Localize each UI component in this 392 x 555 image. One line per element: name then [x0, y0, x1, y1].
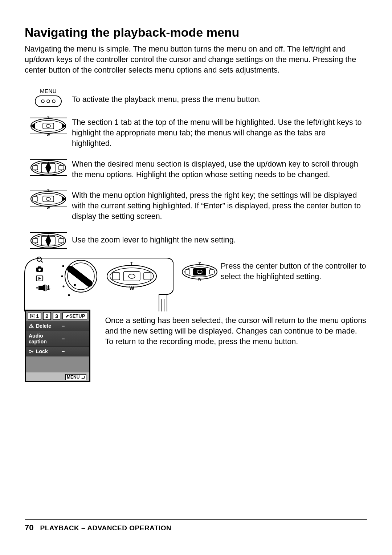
controller-center-press-icon: T W — [180, 262, 219, 281]
lcd-row-lock[interactable]: Lock – — [26, 347, 89, 356]
svg-text:W: W — [129, 285, 134, 291]
step-row-4: T W With the menu option highlighted, pr… — [25, 188, 367, 222]
svg-text:T: T — [130, 261, 134, 266]
lcd-row-delete[interactable]: Delete – — [26, 321, 89, 331]
section-title: PLAYBACK – ADVANCED OPERATION — [40, 524, 171, 532]
svg-rect-49 — [123, 272, 140, 281]
svg-text:W: W — [47, 133, 50, 137]
lcd-row-audio-caption[interactable]: Audio caption – — [26, 331, 89, 347]
lcd-empty-area — [26, 356, 89, 372]
camera-lcd-screen: 1 2 3 SETUP Delete – Audio caption — [25, 310, 90, 382]
step-row-3: When the desired menu section is display… — [25, 157, 367, 180]
menu-button-icon: MENU — [25, 88, 72, 107]
wrench-icon — [65, 314, 69, 318]
controller-right-icon: T W — [25, 188, 72, 210]
svg-text:T: T — [47, 189, 49, 192]
lcd-tab-2[interactable]: 2 — [43, 312, 50, 320]
warning-icon — [29, 324, 34, 328]
menu-button-label: MENU — [40, 88, 57, 94]
svg-point-58 — [63, 286, 65, 287]
svg-rect-76 — [193, 268, 206, 276]
lcd-tab-3[interactable]: 3 — [53, 312, 60, 320]
svg-rect-71 — [48, 285, 49, 289]
intro-paragraph: Navigating the menu is simple. The menu … — [25, 44, 367, 76]
playback-icon — [36, 275, 44, 282]
lcd-tab-1[interactable]: 1 — [28, 312, 41, 320]
controller-left-right-icon: T W — [25, 115, 72, 137]
center-press-text: Press the center button of the controlle… — [221, 261, 373, 282]
camera-icon — [36, 265, 44, 273]
lcd-menu-back-badge: MENU — [65, 374, 86, 380]
svg-text:T: T — [47, 116, 49, 119]
step-row-1: MENU To activate the playback menu, pres… — [25, 88, 367, 107]
svg-rect-48 — [144, 273, 151, 280]
svg-point-84 — [31, 327, 32, 328]
svg-rect-38 — [59, 238, 64, 243]
step-row-2: T W The section 1 tab at the top of the … — [25, 115, 367, 149]
svg-rect-75 — [209, 270, 214, 274]
lcd-footer: MENU — [26, 372, 89, 381]
page-number: 70 — [25, 523, 33, 532]
step-text-2: The section 1 tab at the top of the menu… — [72, 115, 367, 149]
svg-text:T: T — [199, 262, 201, 266]
svg-rect-0 — [35, 96, 61, 107]
step-text-3: When the desired menu section is display… — [72, 157, 367, 180]
svg-rect-63 — [38, 266, 41, 268]
lcd-tab-row: 1 2 3 SETUP — [26, 311, 89, 321]
page-footer: 70 PLAYBACK – ADVANCED OPERATION — [25, 519, 367, 532]
magnifier-icon — [36, 256, 44, 263]
svg-rect-27 — [33, 197, 38, 201]
mode-dial-labels — [36, 256, 52, 291]
closing-paragraph: Once a setting has been selected, the cu… — [105, 315, 367, 347]
lcd-tab-setup[interactable]: SETUP — [62, 313, 87, 319]
svg-rect-18 — [33, 166, 38, 170]
svg-rect-10 — [43, 123, 54, 129]
svg-point-57 — [61, 276, 63, 277]
return-arrow-icon — [81, 375, 85, 379]
svg-point-44 — [74, 284, 76, 286]
svg-rect-37 — [33, 238, 38, 243]
svg-point-67 — [36, 287, 38, 289]
svg-text:W: W — [47, 206, 50, 210]
svg-text:W: W — [198, 277, 201, 281]
svg-rect-19 — [59, 166, 64, 170]
svg-point-56 — [62, 265, 64, 267]
svg-point-59 — [68, 294, 70, 296]
svg-marker-66 — [38, 277, 41, 280]
page-heading: Navigating the playback-mode menu — [25, 25, 367, 40]
controller-zoom-icon — [25, 230, 72, 252]
svg-rect-47 — [113, 273, 120, 280]
svg-rect-68 — [38, 286, 42, 290]
svg-rect-74 — [185, 270, 190, 274]
svg-marker-81 — [32, 315, 34, 317]
step-text-5: Use the zoom lever to highlight the new … — [72, 230, 367, 245]
svg-point-85 — [29, 350, 31, 352]
step-text-1: To activate the playback menu, press the… — [72, 88, 367, 105]
controller-up-down-icon — [25, 157, 72, 179]
svg-line-61 — [41, 261, 43, 262]
step-text-4: With the menu option highlighted, press … — [72, 188, 367, 222]
key-icon — [29, 349, 34, 354]
movie-audio-icon — [36, 284, 52, 291]
svg-point-64 — [38, 269, 41, 271]
step-row-5: Use the zoom lever to highlight the new … — [25, 230, 367, 252]
svg-rect-29 — [43, 196, 54, 202]
svg-marker-69 — [42, 284, 45, 291]
playback-tab-icon — [30, 314, 35, 318]
